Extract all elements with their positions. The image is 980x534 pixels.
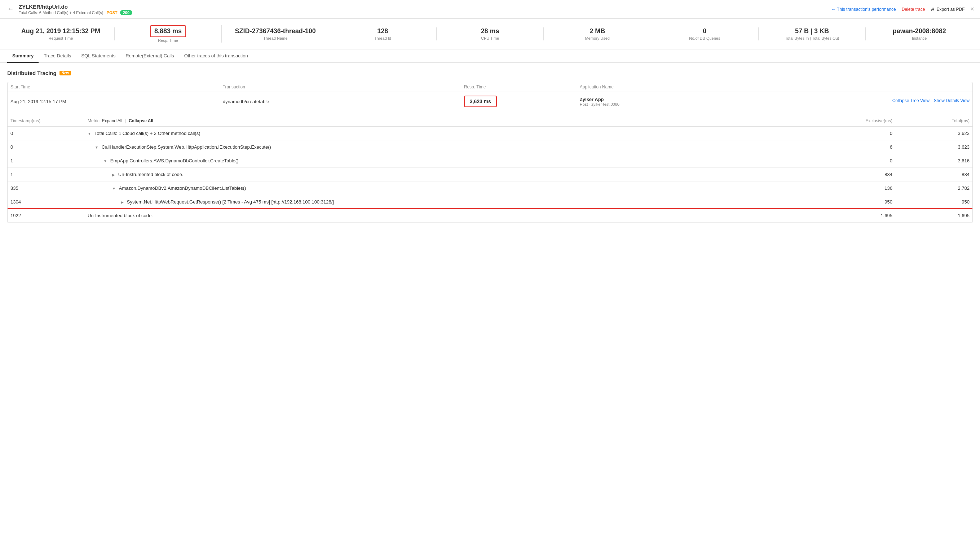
trace-timestamp: 0 — [8, 127, 85, 140]
trace-timestamp: 1 — [8, 154, 85, 168]
stat-value: 2 MB — [548, 27, 646, 35]
collapse-icon[interactable]: ▼ — [88, 132, 92, 135]
collapse-icon[interactable]: ▼ — [95, 145, 100, 149]
dt-start-time-value: Aug 21, 2019 12:15:17 PM — [8, 92, 220, 111]
stat-item: pawan-2008:8082Instance — [866, 27, 973, 40]
stat-label: Memory Used — [548, 36, 646, 40]
dt-app-actions: Collapse Tree View Show Details View — [892, 98, 970, 103]
col-metric: Metric: Expand All | Collapse All — [85, 115, 799, 127]
stat-value: pawan-2008:8082 — [870, 27, 969, 35]
dt-col-start-time: Start Time — [8, 82, 220, 92]
trace-exclusive: 136 — [799, 182, 895, 195]
trace-total: 2,782 — [895, 182, 972, 195]
expand-icon[interactable]: ▶ — [121, 200, 125, 204]
trace-exclusive: 1,695 — [799, 209, 895, 223]
tab-bar: SummaryTrace DetailsSQL StatementsRemote… — [0, 49, 980, 63]
header-left: ← ZYLKER/httpUrl.do Total Calls: 6 Metho… — [6, 3, 132, 15]
collapse-all-button[interactable]: Collapse All — [129, 118, 153, 123]
dt-app-info: Zylker App Host - zylker-test:0080 — [580, 97, 619, 107]
trace-metric: ▶ System.Net.HttpWebRequest.GetResponse(… — [85, 195, 799, 209]
stat-item: 0No.of DB Queries — [651, 27, 759, 40]
trace-timestamp: 835 — [8, 182, 85, 195]
dt-data-row: Aug 21, 2019 12:15:17 PM dynamodb/create… — [8, 92, 972, 111]
trace-metric: ▼ EmpApp.Controllers.AWS.DynamoDbControl… — [85, 154, 799, 168]
trace-exclusive: 0 — [799, 127, 895, 140]
export-label: Export as PDF — [936, 7, 964, 12]
trace-exclusive: 0 — [799, 154, 895, 168]
stat-label: Total Bytes In | Total Bytes Out — [763, 36, 861, 40]
collapse-icon[interactable]: ▼ — [112, 187, 117, 191]
collapse-tree-view-button[interactable]: Collapse Tree View — [892, 98, 929, 103]
trace-timestamp: 0 — [8, 140, 85, 154]
stat-item: 57 B | 3 KBTotal Bytes In | Total Bytes … — [759, 27, 866, 40]
col-exclusive: Exclusive(ms) — [799, 115, 895, 127]
page-header: ← ZYLKER/httpUrl.do Total Calls: 6 Metho… — [0, 0, 980, 19]
col-timestamp: Timestamp(ms) — [8, 115, 85, 127]
trace-header-row: Timestamp(ms) Metric: Expand All | Colla… — [8, 115, 972, 127]
subtitle-text: Total Calls: 6 Method Call(s) + 4 Extern… — [19, 10, 103, 15]
close-button[interactable]: × — [970, 5, 974, 13]
col-total: Total(ms) — [895, 115, 972, 127]
delete-trace-button[interactable]: Delete trace — [902, 7, 925, 12]
stat-value: 28 ms — [441, 27, 539, 35]
export-icon: 🖨 — [931, 7, 935, 12]
trace-total: 1,695 — [895, 209, 972, 223]
tab-remoteexternal-calls[interactable]: Remote(External) Calls — [121, 49, 179, 63]
header-right: This transaction's performance Delete tr… — [832, 5, 974, 13]
tab-summary[interactable]: Summary — [7, 49, 38, 63]
tab-trace-details[interactable]: Trace Details — [38, 49, 76, 63]
tab-sql-statements[interactable]: SQL Statements — [76, 49, 121, 63]
page-title: ZYLKER/httpUrl.do — [19, 3, 132, 10]
trace-row: 0▼ Total Calls: 1 Cloud call(s) + 2 Othe… — [8, 127, 972, 140]
trace-table: Timestamp(ms) Metric: Expand All | Colla… — [8, 115, 972, 223]
trace-metric: Un-Instrumented block of code. — [85, 209, 799, 223]
expand-icon[interactable]: ▶ — [112, 173, 116, 177]
trace-total: 3,623 — [895, 127, 972, 140]
stats-bar: Aug 21, 2019 12:15:32 PMRequest Time8,88… — [0, 19, 980, 49]
trace-row: 1▼ EmpApp.Controllers.AWS.DynamoDbContro… — [8, 154, 972, 168]
trace-total: 834 — [895, 168, 972, 182]
content-area: Distributed Tracing New Start Time Trans… — [0, 63, 980, 230]
dt-app-host: Host - zylker-test:0080 — [580, 102, 619, 107]
stat-value: SZID-27367436-thread-100 — [226, 27, 325, 35]
stat-item: SZID-27367436-thread-100Thread Name — [222, 27, 329, 40]
trace-timestamp: 1304 — [8, 195, 85, 209]
stat-item: 2 MBMemory Used — [544, 27, 651, 40]
stat-value: 57 B | 3 KB — [763, 27, 861, 35]
section-title: Distributed Tracing New — [7, 70, 973, 76]
stat-value: Aug 21, 2019 12:15:32 PM — [11, 27, 110, 35]
collapse-icon[interactable]: ▼ — [103, 159, 108, 163]
dt-header-row: Start Time Transaction Resp. Time Applic… — [8, 82, 972, 92]
tab-other-traces-of-this-transaction[interactable]: Other traces of this transaction — [179, 49, 253, 63]
stat-item: 128Thread Id — [329, 27, 437, 40]
header-title-block: ZYLKER/httpUrl.do Total Calls: 6 Method … — [19, 3, 132, 15]
method-badge: POST — [107, 10, 118, 15]
dt-col-resp-time: Resp. Time — [461, 82, 577, 92]
trace-exclusive: 950 — [799, 195, 895, 209]
dt-resp-time-cell: 3,623 ms — [461, 92, 577, 111]
dt-table: Start Time Transaction Resp. Time Applic… — [8, 82, 972, 111]
dt-app-cell: Zylker App Host - zylker-test:0080 Colla… — [577, 92, 972, 111]
trace-total: 950 — [895, 195, 972, 209]
dt-app-name: Zylker App — [580, 97, 619, 102]
section-title-text: Distributed Tracing — [7, 70, 57, 76]
export-button[interactable]: 🖨 Export as PDF — [931, 7, 964, 12]
trace-exclusive: 834 — [799, 168, 895, 182]
trace-row: 1304▶ System.Net.HttpWebRequest.GetRespo… — [8, 195, 972, 209]
expand-all-button[interactable]: Expand All — [102, 118, 122, 123]
trace-total: 3,623 — [895, 140, 972, 154]
trace-row: 1▶ Un-Instrumented block of code.834834 — [8, 168, 972, 182]
new-badge: New — [59, 71, 72, 75]
perf-link[interactable]: This transaction's performance — [832, 7, 896, 12]
stat-value: 0 — [655, 27, 754, 35]
trace-timestamp: 1922 — [8, 209, 85, 223]
show-details-view-button[interactable]: Show Details View — [934, 98, 970, 103]
trace-exclusive: 6 — [799, 140, 895, 154]
page-subtitle: Total Calls: 6 Method Call(s) + 4 Extern… — [19, 10, 132, 15]
stat-item: 28 msCPU Time — [437, 27, 544, 40]
dt-col-transaction: Transaction — [220, 82, 461, 92]
stat-value: 128 — [334, 27, 432, 35]
distributed-tracing-container: Start Time Transaction Resp. Time Applic… — [7, 82, 973, 223]
back-button[interactable]: ← — [6, 5, 15, 13]
trace-timestamp: 1 — [8, 168, 85, 182]
